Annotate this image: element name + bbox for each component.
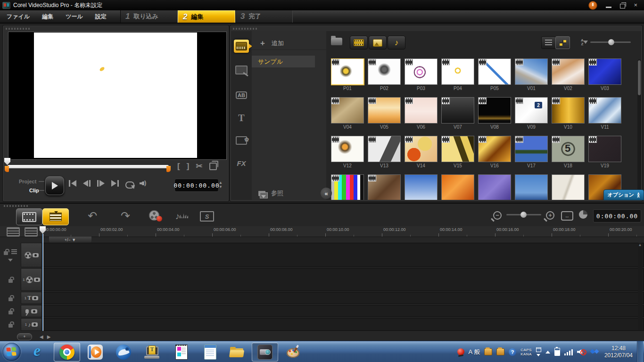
timeline-timecode[interactable]: 0:00:00.00 (593, 209, 641, 222)
media-gallery-button[interactable] (234, 40, 249, 53)
thumbnail-V07[interactable]: V07 (441, 97, 474, 130)
thumbnail-clip[interactable] (441, 174, 474, 200)
folder-item-sample[interactable]: サンプル (252, 56, 315, 67)
title-gallery-button[interactable]: T (234, 111, 249, 124)
step-edit[interactable]: 2編集 (178, 10, 235, 23)
taskbar-document-button[interactable] (167, 343, 193, 362)
import-folder-icon[interactable] (331, 38, 342, 45)
collapse-nav-button[interactable]: « (321, 188, 332, 199)
visibility-eye-icon[interactable] (33, 253, 39, 257)
thumbnail-V10[interactable]: V10 (552, 97, 585, 130)
visibility-eye-icon[interactable] (32, 296, 38, 300)
menu-edit[interactable]: 編集 (42, 13, 53, 21)
battery-icon[interactable] (554, 348, 560, 356)
track-header-overlay[interactable]: 1 (21, 268, 42, 291)
taskbar-thunderbird-button[interactable] (110, 343, 137, 362)
thumbnail-P01[interactable]: P01 (331, 58, 364, 91)
track-header-video[interactable] (21, 243, 42, 267)
visibility-eye-icon[interactable] (31, 309, 37, 313)
instant-project-button[interactable] (234, 63, 249, 76)
thumbnail-P05[interactable]: P05 (478, 58, 511, 91)
taskbar-editor-button[interactable] (139, 343, 165, 362)
thumbnail-V17[interactable]: V17 (515, 136, 548, 169)
close-button[interactable]: × (634, 2, 637, 8)
trim-handle-right[interactable] (166, 166, 171, 172)
project-duration-icon[interactable] (579, 210, 587, 219)
timeline-view-button[interactable] (42, 208, 69, 225)
taskbar-explorer-button[interactable] (223, 343, 250, 362)
zoom-out-button[interactable]: − (493, 211, 502, 220)
thumbnail-V12[interactable]: V12 (331, 136, 364, 169)
thumbnail-P02[interactable]: P02 (368, 58, 401, 91)
track-header-music[interactable]: 1♪ (21, 318, 42, 331)
thumbnail-V14[interactable]: V14 (405, 136, 438, 169)
thumbnail-view-button[interactable] (555, 36, 570, 49)
step-share[interactable]: 3完了 (235, 10, 293, 23)
dropbox-icon[interactable] (591, 349, 598, 355)
taskbar-videostudio-button[interactable] (252, 343, 278, 362)
scrubber-playhead[interactable] (4, 158, 10, 165)
lock-icon[interactable] (8, 324, 13, 328)
track-lane-video[interactable] (42, 243, 644, 267)
graphic-gallery-button[interactable] (234, 134, 249, 147)
go-to-start-button[interactable] (69, 180, 76, 187)
previous-frame-button[interactable] (83, 180, 91, 187)
filter-video-button[interactable] (350, 36, 368, 49)
timeline-zoom-slider[interactable] (506, 214, 541, 215)
options-button[interactable]: オプション ∧∧ (603, 189, 644, 200)
scrubber-track[interactable] (8, 165, 169, 168)
play-button[interactable] (45, 176, 64, 195)
menu-file[interactable]: ファイル (7, 13, 30, 21)
repeat-button[interactable] (125, 181, 134, 189)
thumbnail-V01[interactable]: V01 (515, 58, 548, 91)
project-mode-label[interactable]: Project (19, 179, 36, 184)
thumbnail-V04[interactable]: V04 (331, 97, 364, 130)
taskbar-ie-button[interactable] (25, 343, 52, 362)
thumbnail-clip[interactable] (478, 174, 511, 200)
volume-muted-icon[interactable] (577, 348, 586, 356)
next-frame-button[interactable] (97, 180, 105, 187)
timeline-ruler[interactable]: 00:00:00.0000:00:02.0000:00:04.0000:00:0… (0, 226, 644, 237)
ime-mode-indicator[interactable]: A 般 (469, 348, 480, 356)
start-button[interactable] (2, 343, 21, 361)
thumbnail-V13[interactable]: V13 (368, 136, 401, 169)
clock[interactable]: 12:48 2012/07/04 (604, 345, 633, 359)
track-header-voice[interactable] (21, 305, 42, 317)
thumbnail-V02[interactable]: V02 (552, 58, 585, 91)
track-manager-chip[interactable]: +/− ▼ (49, 237, 91, 243)
taskbar-chrome-button[interactable] (54, 343, 80, 362)
show-desktop-button[interactable] (637, 341, 643, 362)
ime-window-icon[interactable] (536, 347, 541, 352)
zoom-in-button[interactable]: + (546, 211, 554, 220)
preview-timecode[interactable]: 00:00:00.00 (174, 179, 219, 192)
thumbnail-V16[interactable]: V16 (478, 136, 511, 169)
track-header-title[interactable]: 1T (21, 292, 42, 304)
caps-kana-indicator[interactable]: CAPSKANA (520, 348, 532, 356)
thumbnail-V18[interactable]: 5V18 (552, 136, 585, 169)
thumbnail-V03[interactable]: V03 (588, 58, 621, 91)
scroll-left-button[interactable]: ◀ (40, 334, 43, 339)
thumbnail-P04[interactable]: P04 (441, 58, 474, 91)
slider-knob[interactable] (608, 39, 614, 45)
thumbnail-clip[interactable] (331, 174, 364, 200)
thumbnail-V11[interactable]: V11 (588, 97, 621, 130)
sort-button[interactable]: AZ (576, 37, 588, 48)
filter-audio-button[interactable]: ♪ (388, 36, 405, 49)
fit-project-button[interactable]: ↔ (561, 211, 573, 221)
tray-app-icon[interactable] (457, 348, 464, 355)
minimize-button[interactable] (606, 7, 611, 8)
thumbnail-V15[interactable]: V15 (441, 136, 474, 169)
add-track-button[interactable]: + (17, 333, 32, 340)
mark-out-button[interactable]: ] (187, 162, 190, 171)
thumbnail-clip[interactable] (405, 174, 438, 200)
mark-in-button[interactable]: [ (177, 162, 180, 171)
go-to-end-button[interactable] (111, 180, 119, 187)
thumbnail-size-slider[interactable] (590, 41, 631, 43)
hidden-icons-button[interactable] (545, 351, 550, 354)
lock-icon[interactable] (8, 311, 13, 314)
ime-pad-icon[interactable] (496, 348, 504, 355)
redo-button[interactable]: ↷ (121, 209, 130, 222)
menu-settings[interactable]: 設定 (95, 13, 107, 21)
sound-mixer-button[interactable]: ♪ (175, 211, 180, 222)
ime-toolbox-icon[interactable] (484, 348, 492, 355)
